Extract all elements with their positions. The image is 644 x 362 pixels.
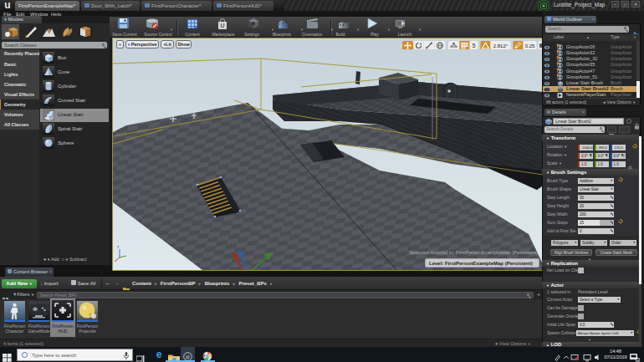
svg-text:2.812°: 2.812° (493, 43, 509, 48)
svg-text:0.25: 0.25 (525, 43, 535, 48)
svg-text:u: u (187, 354, 190, 359)
svg-text:5: 5 (473, 43, 476, 48)
svg-text:Selected Actor(s) in: FirstPe: Selected Actor(s) in: FirstPersonExample… (410, 250, 538, 255)
svg-text:U: U (220, 23, 224, 28)
svg-text:Level: FirstPersonExampleMap: Level: FirstPersonExampleMap (Persistent… (429, 261, 533, 266)
